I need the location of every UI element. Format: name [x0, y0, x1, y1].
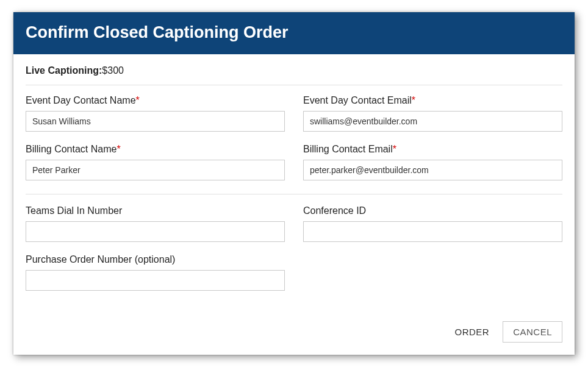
- confirm-order-dialog: Confirm Closed Captioning Order Live Cap…: [13, 12, 575, 355]
- input-event-contact-name[interactable]: [26, 111, 285, 132]
- label-po-number: Purchase Order Number (optional): [26, 254, 285, 265]
- label-teams-dial-in: Teams Dial In Number: [26, 205, 285, 216]
- summary-label: Live Captioning:: [26, 65, 102, 76]
- order-button[interactable]: ORDER: [452, 322, 492, 342]
- label-text: Billing Contact Email: [303, 144, 393, 154]
- required-mark: *: [393, 144, 396, 154]
- field-billing-contact-name: Billing Contact Name*: [26, 144, 285, 180]
- label-event-contact-name: Event Day Contact Name*: [26, 95, 285, 106]
- summary-price: $300: [102, 65, 124, 76]
- input-teams-dial-in[interactable]: [26, 221, 285, 242]
- label-billing-contact-name: Billing Contact Name*: [26, 144, 285, 155]
- field-po-number: Purchase Order Number (optional): [26, 254, 285, 291]
- divider: [26, 85, 562, 85]
- input-po-number[interactable]: [26, 270, 285, 291]
- dialog-body: Live Captioning:$300 Event Day Contact N…: [13, 54, 575, 355]
- field-event-contact-email: Event Day Contact Email*: [303, 95, 562, 132]
- dialog-title: Confirm Closed Captioning Order: [26, 23, 562, 42]
- divider: [26, 194, 562, 194]
- field-event-contact-name: Event Day Contact Name*: [26, 95, 285, 132]
- label-text: Event Day Contact Name: [26, 95, 136, 105]
- input-event-contact-email[interactable]: [303, 111, 562, 132]
- label-text: Event Day Contact Email: [303, 95, 412, 105]
- label-text: Billing Contact Name: [26, 144, 117, 154]
- field-billing-contact-email: Billing Contact Email*: [303, 144, 562, 180]
- input-billing-contact-email[interactable]: [303, 160, 562, 180]
- summary-line: Live Captioning:$300: [26, 65, 562, 76]
- form-grid-top: Event Day Contact Name* Event Day Contac…: [26, 95, 562, 180]
- label-event-contact-email: Event Day Contact Email*: [303, 95, 562, 106]
- field-conference-id: Conference ID: [303, 205, 562, 242]
- label-billing-contact-email: Billing Contact Email*: [303, 144, 562, 155]
- label-conference-id: Conference ID: [303, 205, 562, 216]
- required-mark: *: [136, 95, 140, 105]
- button-row: ORDER CANCEL: [26, 321, 562, 343]
- cancel-button[interactable]: CANCEL: [503, 321, 562, 343]
- required-mark: *: [117, 144, 120, 154]
- input-billing-contact-name[interactable]: [26, 160, 285, 180]
- input-conference-id[interactable]: [303, 221, 562, 242]
- empty-cell: [303, 254, 562, 291]
- field-teams-dial-in: Teams Dial In Number: [26, 205, 285, 242]
- form-grid-bottom: Teams Dial In Number Conference ID Purch…: [26, 205, 562, 291]
- dialog-header: Confirm Closed Captioning Order: [13, 12, 575, 54]
- required-mark: *: [412, 95, 415, 105]
